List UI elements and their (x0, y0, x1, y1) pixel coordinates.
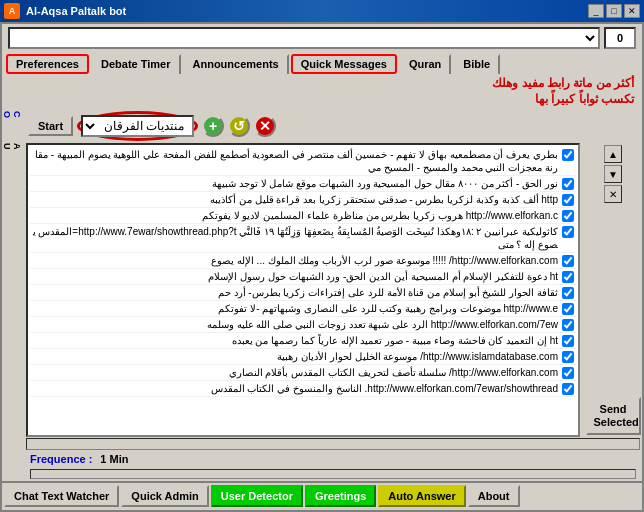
message-item: ht دعوة للتفكير الإسلام أم المسيحية أين … (30, 269, 576, 285)
message-item: كاثوليكية عبرانيين ٢ :١٨وهكذا نُسِخَت ال… (30, 224, 576, 253)
content-area: COOL AUDIO Start منتديات الفرقان + ↺ ✕ (2, 109, 642, 481)
message-item: http://www.elforkan.c هروب زكريا بطرس من… (30, 208, 576, 224)
message-text: نور الحق - أكثر من ٨٠٠٠ مقال حول المسيحي… (32, 177, 558, 190)
del-button[interactable]: ✕ (604, 185, 622, 203)
control-row: Start منتديات الفرقان + ↺ ✕ (24, 109, 642, 143)
add-button[interactable]: + (202, 115, 224, 137)
remove-button[interactable]: ✕ (254, 115, 276, 137)
cool-label: COOL (2, 109, 24, 121)
bottom-tab-user-detector[interactable]: User Detector (211, 485, 303, 507)
message-item: ثقافة الحوار للشيخ أبو إسلام من قناة الأ… (30, 285, 576, 301)
message-checkbox[interactable] (562, 210, 574, 222)
title-bar: A Al-Aqsa Paltalk bot _ □ ✕ (0, 0, 644, 22)
refresh-button[interactable]: ↺ (228, 115, 250, 137)
down-button[interactable]: ▼ (604, 165, 622, 183)
message-text: http://www.elforkan.c هروب زكريا بطرس من… (32, 209, 558, 222)
tab-debate-timer[interactable]: Debate Timer (91, 54, 181, 74)
app-icon: A (4, 3, 20, 19)
right-controls: ▲ ▼ ✕ Send Selected (584, 143, 642, 437)
tab-quick-messages[interactable]: Quick Messages (291, 54, 397, 74)
message-text: http://www.islamdatabase.com/ موسوعة الخ… (32, 350, 558, 363)
title-bar-buttons: _ □ ✕ (588, 4, 640, 18)
channel-dropdown-wrapper: منتديات الفرقان (77, 111, 198, 141)
message-text: http ألف كذبة وكذبة لزكريا بطرس - صدقني … (32, 193, 558, 206)
message-text: http://www.elforkan.com/ سلسلة تأصف لتحر… (32, 366, 558, 379)
message-checkbox[interactable] (562, 335, 574, 347)
bottom-tab-greetings[interactable]: Greetings (305, 485, 376, 507)
bottom-tab-bar: Chat Text WatcherQuick AdminUser Detecto… (2, 481, 642, 510)
tab-announcements[interactable]: Announcements (183, 54, 289, 74)
message-text: http://www.elforkan.com/7ewar/showthread… (32, 382, 558, 395)
center-area: Start منتديات الفرقان + ↺ ✕ بطري يعرف أن… (24, 109, 642, 481)
message-checkbox[interactable] (562, 271, 574, 283)
arabic-banner: أكثر من ماتة رابط مفيد وهلك تكسب ثواباً … (2, 74, 642, 109)
audio-label: AUDIO (2, 141, 24, 153)
bottom-tab-auto-answer[interactable]: Auto Answer (378, 485, 465, 507)
message-checkbox[interactable] (562, 194, 574, 206)
message-text: بطري يعرف أن مصطمعيه بهاق لا تفهم - خمسي… (32, 148, 558, 174)
message-checkbox[interactable] (562, 319, 574, 331)
room-dropdown[interactable] (8, 27, 600, 49)
minimize-button[interactable]: _ (588, 4, 604, 18)
message-checkbox[interactable] (562, 367, 574, 379)
frequency-row: Frequence : 1 Min (24, 451, 642, 467)
start-button[interactable]: Start (28, 116, 73, 136)
message-item: http://www.e موضوعات وبرامج رهبية وكتب ل… (30, 301, 576, 317)
side-buttons: ▲ ▼ ✕ (604, 145, 622, 203)
maximize-button[interactable]: □ (606, 4, 622, 18)
up-button[interactable]: ▲ (604, 145, 622, 163)
messages-send-area: بطري يعرف أن مصطمعيه بهاق لا تفهم - خمسي… (24, 143, 642, 437)
message-item: http://www.elforkan.com/7ewar/showthread… (30, 381, 576, 397)
message-item: بطري يعرف أن مصطمعيه بهاق لا تفهم - خمسي… (30, 147, 576, 176)
message-item: http://www.elforkan.com/ !!!!! موسوعة صو… (30, 253, 576, 269)
tab-bible[interactable]: Bible (453, 54, 500, 74)
dropdown-row: 0 (2, 24, 642, 52)
count-badge: 0 (604, 27, 636, 49)
bottom-tab-quick-admin[interactable]: Quick Admin (121, 485, 208, 507)
message-text: http://www.elforkan.com/ !!!!! موسوعة صو… (32, 254, 558, 267)
progress-bar (30, 469, 636, 479)
message-item: http://www.islamdatabase.com/ موسوعة الخ… (30, 349, 576, 365)
message-checkbox[interactable] (562, 255, 574, 267)
message-text: http://www.elforkan.com/7ew الرد على شبه… (32, 318, 558, 331)
message-item: http ألف كذبة وكذبة لزكريا بطرس - صدقني … (30, 192, 576, 208)
message-checkbox[interactable] (562, 178, 574, 190)
message-text: ثقافة الحوار للشيخ أبو إسلام من قناة الأ… (32, 286, 558, 299)
bottom-tab-about[interactable]: About (468, 485, 520, 507)
main-container: 0 Preferences Debate Timer Announcements… (0, 22, 644, 512)
tab-quran[interactable]: Quran (399, 54, 451, 74)
send-selected-button[interactable]: Send Selected (586, 397, 641, 435)
messages-list[interactable]: بطري يعرف أن مصطمعيه بهاق لا تفهم - خمسي… (26, 143, 580, 437)
horizontal-scrollbar[interactable] (26, 438, 640, 450)
message-text: ht دعوة للتفكير الإسلام أم المسيحية أين … (32, 270, 558, 283)
frequency-value: 1 Min (100, 453, 128, 465)
tab-preferences[interactable]: Preferences (6, 54, 89, 74)
app-title: Al-Aqsa Paltalk bot (26, 5, 588, 17)
channel-dropdown[interactable]: منتديات الفرقان (81, 115, 194, 137)
message-checkbox[interactable] (562, 226, 574, 238)
message-checkbox[interactable] (562, 383, 574, 395)
message-item: http://www.elforkan.com/ سلسلة تأصف لتحر… (30, 365, 576, 381)
message-checkbox[interactable] (562, 149, 574, 161)
message-text: كاثوليكية عبرانيين ٢ :١٨وهكذا نُسِخَت ال… (32, 225, 558, 251)
message-checkbox[interactable] (562, 303, 574, 315)
message-item: ht إن التعميد كان فاحشة وصاء مبيبة - صور… (30, 333, 576, 349)
message-checkbox[interactable] (562, 287, 574, 299)
left-panel: COOL AUDIO (2, 109, 24, 481)
message-text: ht إن التعميد كان فاحشة وصاء مبيبة - صور… (32, 334, 558, 347)
bottom-tab-chat-text-watcher[interactable]: Chat Text Watcher (4, 485, 119, 507)
message-checkbox[interactable] (562, 351, 574, 363)
message-text: http://www.e موضوعات وبرامج رهبية وكتب ل… (32, 302, 558, 315)
message-item: نور الحق - أكثر من ٨٠٠٠ مقال حول المسيحي… (30, 176, 576, 192)
arabic-line2: تكسب ثواباً كبيراً بها (10, 92, 634, 108)
close-button[interactable]: ✕ (624, 4, 640, 18)
arabic-line1: أكثر من ماتة رابط مفيد وهلك (10, 76, 634, 92)
tab-bar: Preferences Debate Timer Announcements Q… (2, 52, 642, 74)
message-item: http://www.elforkan.com/7ew الرد على شبه… (30, 317, 576, 333)
frequency-label: Frequence : (30, 453, 92, 465)
